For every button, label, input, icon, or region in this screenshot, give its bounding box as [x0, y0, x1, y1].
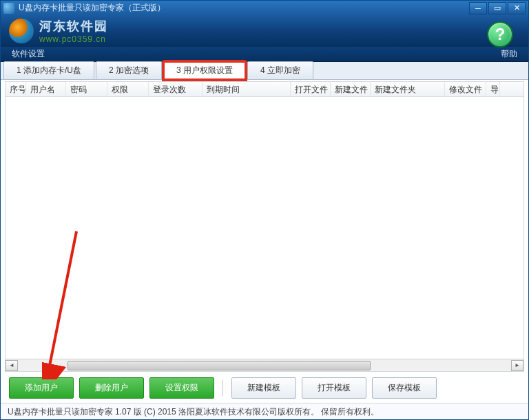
tab-encrypt-now[interactable]: 4 立即加密	[247, 61, 313, 79]
status-bar: U盘内存卡批量只读加密专家 1.07 版 (C) 2015 洛阳夏冰软件技术有限…	[1, 403, 528, 419]
menu-help[interactable]: 帮助	[495, 47, 523, 61]
content-area: 序号 用户名 密码 权限 登录次数 到期时间 打开文件 新建文件 新建文件夹 修…	[1, 80, 528, 403]
col-username[interactable]: 用户名	[26, 82, 66, 96]
add-user-button[interactable]: 添加用户	[9, 377, 74, 399]
button-divider	[222, 380, 223, 397]
logo-url: www.pc0359.cn	[39, 34, 108, 44]
user-table: 序号 用户名 密码 权限 登录次数 到期时间 打开文件 新建文件 新建文件夹 修…	[5, 81, 524, 372]
col-permission[interactable]: 权限	[107, 82, 149, 96]
button-bar: 添加用户 删除用户 设置权限 新建模板 打开模板 保存模板	[5, 372, 524, 401]
app-logo: 河东软件园 www.pc0359.cn	[9, 18, 108, 44]
col-password[interactable]: 密码	[66, 82, 107, 96]
tab-encrypt-options[interactable]: 2 加密选项	[96, 61, 162, 79]
menu-settings[interactable]: 软件设置	[6, 47, 50, 61]
minimize-button[interactable]: ─	[469, 2, 487, 14]
col-expire[interactable]: 到期时间	[203, 82, 291, 96]
menubar: 软件设置 帮助	[1, 47, 528, 62]
col-editfile[interactable]: 修改文件	[445, 82, 486, 96]
tab-user-permissions[interactable]: 3 用户权限设置	[163, 61, 246, 80]
col-logins[interactable]: 登录次数	[149, 82, 203, 96]
logo-icon	[9, 19, 34, 43]
scroll-thumb[interactable]	[68, 361, 371, 370]
table-body	[6, 97, 523, 359]
scroll-right-button[interactable]: ►	[511, 360, 523, 371]
app-header: 河东软件园 www.pc0359.cn ?	[1, 16, 528, 47]
delete-user-button[interactable]: 删除用户	[79, 377, 144, 399]
open-template-button[interactable]: 打开模板	[302, 377, 366, 399]
scroll-left-button[interactable]: ◄	[6, 360, 18, 371]
app-icon	[3, 3, 14, 14]
new-template-button[interactable]: 新建模板	[231, 377, 296, 399]
save-template-button[interactable]: 保存模板	[372, 377, 437, 399]
set-permission-button[interactable]: 设置权限	[149, 377, 214, 399]
tab-add-device[interactable]: 1 添加内存卡/U盘	[3, 61, 94, 79]
tabbar: 1 添加内存卡/U盘 2 加密选项 3 用户权限设置 4 立即加密	[1, 62, 528, 80]
maximize-button[interactable]: ▭	[488, 2, 506, 14]
close-button[interactable]: ✕	[508, 2, 526, 14]
col-seq[interactable]: 序号	[6, 82, 26, 96]
table-header: 序号 用户名 密码 权限 登录次数 到期时间 打开文件 新建文件 新建文件夹 修…	[6, 82, 523, 97]
help-icon[interactable]: ?	[487, 21, 513, 48]
col-newfile[interactable]: 新建文件	[331, 82, 371, 96]
logo-title: 河东软件园	[39, 18, 108, 34]
window-title: U盘内存卡批量只读加密专家（正式版）	[19, 2, 469, 14]
col-openfile[interactable]: 打开文件	[291, 82, 331, 96]
col-export[interactable]: 导	[486, 82, 500, 96]
titlebar: U盘内存卡批量只读加密专家（正式版） ─ ▭ ✕	[1, 1, 528, 16]
horizontal-scrollbar[interactable]: ◄ ►	[6, 359, 523, 371]
col-newfolder[interactable]: 新建文件夹	[371, 82, 445, 96]
